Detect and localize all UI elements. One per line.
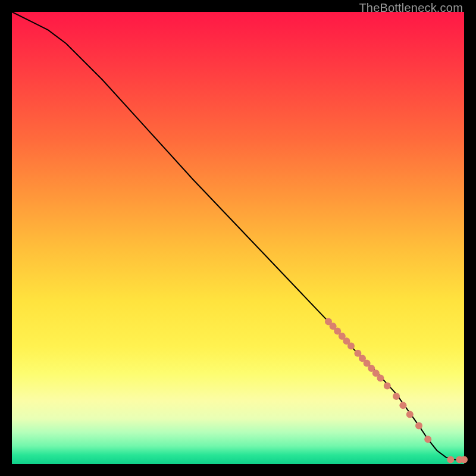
data-marker — [461, 456, 468, 463]
data-marker — [347, 343, 355, 350]
data-marker — [384, 383, 391, 390]
data-marker — [424, 436, 431, 443]
data-marker — [415, 422, 422, 429]
plot-area — [12, 12, 464, 464]
chart-svg — [12, 12, 464, 464]
data-marker — [393, 393, 400, 400]
marker-group — [325, 318, 468, 464]
data-marker — [399, 402, 406, 409]
chart-stage: TheBottleneck.com — [0, 0, 476, 476]
data-marker — [406, 411, 414, 418]
data-marker — [377, 375, 384, 382]
data-marker — [447, 456, 454, 463]
curve-path — [12, 12, 464, 459]
